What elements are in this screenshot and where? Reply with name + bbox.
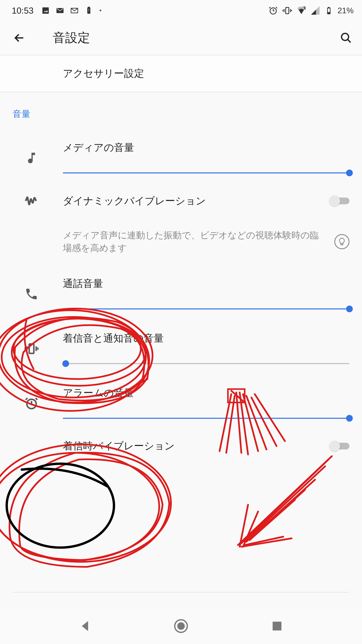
svg-rect-28	[29, 344, 34, 353]
ring-volume-row: 着信音と通知音の音量	[0, 317, 362, 372]
alarm-volume-label: アラームの音量	[63, 386, 350, 400]
alarm-volume-row: アラームの音量	[0, 372, 362, 427]
dynamic-vibration-switch[interactable]	[329, 195, 350, 207]
svg-rect-5	[88, 7, 89, 8]
ring-vibration-switch[interactable]	[329, 440, 350, 452]
svg-point-50	[7, 464, 114, 548]
dynamic-vibration-description: メディア音声に連動した振動で、ビデオなどの視聴体験時の臨場感を高めます	[63, 229, 328, 254]
accessory-settings-label: アクセサリー設定	[63, 67, 362, 80]
svg-rect-13	[286, 8, 289, 14]
svg-rect-0	[42, 8, 49, 14]
gmail-outline-icon	[70, 6, 78, 14]
battery-icon	[325, 6, 333, 14]
accessory-settings-row[interactable]: アクセサリー設定	[0, 55, 362, 92]
nav-back-button[interactable]	[77, 618, 92, 634]
section-header-volume: 音量	[0, 92, 362, 126]
svg-line-12	[276, 7, 277, 8]
media-volume-label: メディアの音量	[63, 141, 350, 154]
svg-point-49	[0, 453, 159, 560]
app-bar: 音設定	[0, 21, 362, 55]
volume-section: 音量 メディアの音量 ダイナミックバイブレーション メディア音声に連動した振動で…	[0, 92, 362, 466]
dynamic-vibration-row[interactable]: ダイナミックバイブレーション	[0, 181, 362, 220]
alarm-clock-icon	[0, 386, 63, 410]
ring-volume-slider[interactable]	[63, 360, 350, 367]
svg-marker-21	[312, 10, 316, 14]
call-volume-label: 通話音量	[63, 277, 350, 290]
ring-vibration-label: 着信時バイブレーション	[63, 439, 329, 453]
page-title: 音設定	[53, 30, 90, 46]
divider	[12, 592, 350, 592]
phone-icon	[0, 277, 63, 301]
svg-line-36	[26, 398, 27, 400]
battery-alert-icon	[85, 6, 93, 14]
ring-volume-label: 着信音と通知音の音量	[63, 332, 350, 345]
svg-rect-6	[88, 8, 89, 11]
battery-percentage: 21%	[338, 6, 354, 15]
status-left: 10:53 •	[12, 6, 102, 16]
svg-rect-24	[328, 12, 330, 14]
svg-rect-23	[328, 7, 330, 8]
dynamic-vibration-label: ダイナミックバイブレーション	[63, 194, 329, 208]
svg-rect-41	[273, 622, 282, 630]
call-volume-row: 通話音量	[0, 263, 362, 317]
ring-vibrate-icon	[0, 332, 63, 356]
dot-icon: •	[99, 7, 102, 14]
gmail-filled-icon	[56, 6, 64, 14]
alarm-volume-slider[interactable]	[63, 415, 350, 422]
svg-point-40	[177, 622, 185, 630]
info-button[interactable]	[334, 234, 350, 249]
call-volume-slider[interactable]	[63, 306, 350, 312]
wifi-icon	[297, 6, 306, 15]
svg-line-27	[348, 40, 351, 42]
search-button[interactable]	[339, 30, 354, 46]
navigation-bar	[0, 609, 362, 644]
ring-vibration-row[interactable]: 着信時バイブレーション	[0, 427, 362, 466]
status-right: 21%	[269, 6, 354, 15]
media-volume-row: メディアの音量	[0, 126, 362, 181]
alarm-icon	[269, 6, 278, 15]
dynamic-vibration-description-row: メディア音声に連動した振動で、ビデオなどの視聴体験時の臨場感を高めます	[0, 220, 362, 263]
image-icon	[41, 6, 50, 14]
svg-line-37	[35, 398, 37, 400]
svg-rect-7	[88, 12, 89, 12]
nav-home-button[interactable]	[173, 618, 189, 634]
signal-icon	[311, 6, 320, 15]
back-button[interactable]	[12, 30, 27, 46]
svg-marker-38	[82, 621, 88, 631]
svg-line-35	[31, 404, 33, 405]
status-clock: 10:53	[12, 6, 33, 16]
svg-point-26	[342, 33, 349, 40]
vibrate-icon	[283, 6, 292, 15]
status-bar: 10:53 • 21%	[0, 0, 362, 21]
svg-line-11	[269, 7, 271, 8]
vibration-wave-icon	[0, 194, 63, 208]
nav-recent-button[interactable]	[270, 618, 285, 634]
media-volume-slider[interactable]	[63, 170, 350, 176]
music-note-icon	[0, 141, 63, 165]
